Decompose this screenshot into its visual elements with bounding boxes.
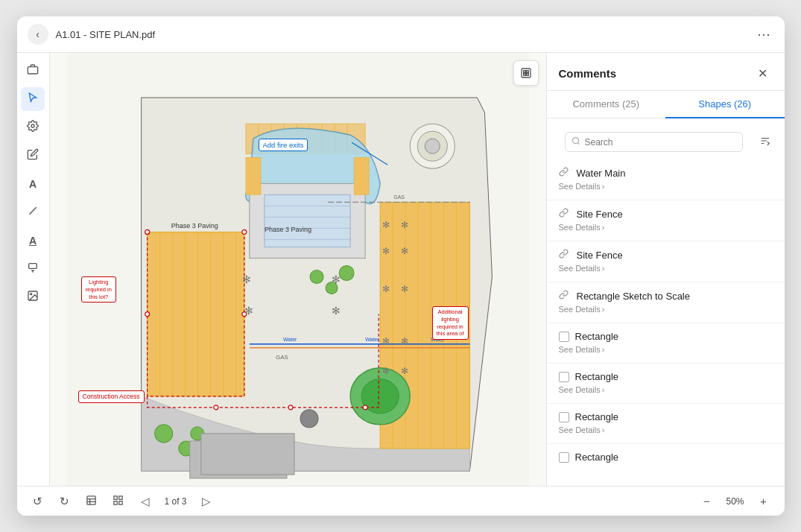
redo-button[interactable]: ↻ (54, 491, 75, 512)
comments-panel: Comments ✕ Comments (25) Shapes (26) (546, 53, 785, 486)
text-icon: A (29, 178, 37, 190)
see-details-6[interactable]: See Details › (559, 385, 773, 400)
cursor-icon (27, 92, 39, 107)
thumbnails-button[interactable] (108, 491, 129, 512)
svg-rect-68 (200, 434, 294, 475)
close-icon: ✕ (758, 66, 767, 80)
line-tool-button[interactable] (21, 200, 45, 224)
svg-point-67 (425, 139, 440, 153)
svg-text:✻: ✻ (382, 366, 390, 376)
zoom-in-button[interactable]: + (753, 491, 774, 512)
search-icon (572, 136, 580, 148)
zoom-out-icon: − (703, 495, 710, 507)
svg-text:✻: ✻ (401, 246, 408, 256)
see-details-2[interactable]: See Details › (559, 223, 773, 238)
additional-lighting-annotation[interactable]: Additionallightingrequired inthis area o… (432, 306, 469, 340)
svg-point-50 (145, 312, 149, 317)
shape-item-rectangle-3: Rectangle See Details › (547, 404, 785, 444)
svg-text:Water: Water (282, 337, 297, 342)
undo-icon: ↺ (33, 495, 42, 508)
sort-button[interactable] (755, 132, 776, 153)
svg-text:Water: Water (365, 337, 379, 342)
stamp-tool-button[interactable] (21, 257, 45, 281)
search-input[interactable] (585, 137, 736, 148)
svg-rect-87 (526, 71, 528, 73)
zoom-in-icon: + (760, 495, 767, 507)
annotation-text: Add fire exits (263, 141, 304, 149)
shapes-list: Water Main See Details › Site Fence (547, 159, 785, 486)
chevron-right-icon-3: › (602, 264, 605, 273)
checkbox-7[interactable] (559, 412, 569, 422)
pages-icon (86, 495, 97, 508)
construction-access-annotation[interactable]: Construction Access (78, 390, 145, 403)
svg-text:✻: ✻ (382, 246, 390, 256)
stamp-icon (27, 262, 39, 276)
sort-icon (760, 136, 770, 148)
back-button[interactable]: ‹ (28, 24, 48, 45)
svg-text:GAS: GAS (393, 194, 405, 200)
svg-text:✻: ✻ (382, 220, 390, 230)
shape-name-8: Rectangle (575, 452, 619, 463)
svg-point-1 (31, 124, 34, 127)
shape-name-7: Rectangle (575, 411, 619, 422)
shape-name-6: Rectangle (575, 371, 619, 382)
svg-line-91 (577, 142, 579, 144)
see-details-7[interactable]: See Details › (559, 425, 773, 440)
shape-item-rectangle-sketch: Rectangle Sketch to Scale See Details › (547, 282, 785, 323)
prev-page-button[interactable]: ◁ (135, 491, 156, 512)
svg-point-69 (300, 410, 318, 428)
image-tool-button[interactable] (21, 285, 45, 309)
svg-text:Phase 3 Paving: Phase 3 Paving (264, 226, 311, 233)
link-icon-1 (559, 167, 571, 179)
underline-text-button[interactable]: A (21, 229, 45, 253)
header: ‹ A1.01 - SITE PLAN.pdf ⋯ (17, 16, 785, 53)
settings-tool-button[interactable] (21, 115, 45, 139)
add-fire-exits-annotation[interactable]: Add fire exits (259, 139, 308, 151)
gear-icon (27, 120, 39, 135)
pencil-tool-button[interactable] (21, 144, 45, 168)
tab-comments[interactable]: Comments (25) (547, 91, 666, 118)
see-details-3[interactable]: See Details › (559, 264, 773, 279)
checkbox-5[interactable] (559, 332, 569, 342)
svg-rect-6 (147, 232, 244, 396)
shape-item-rectangle-4: Rectangle (547, 444, 785, 469)
svg-rect-99 (114, 495, 117, 498)
checkbox-8[interactable] (559, 452, 569, 463)
svg-point-44 (310, 270, 323, 284)
site-plan-svg: GAS Water Water Water GAS Phase 3 Paving… (50, 53, 546, 486)
svg-point-4 (31, 294, 32, 295)
svg-point-43 (339, 265, 354, 280)
svg-point-49 (241, 229, 246, 234)
svg-text:✻: ✻ (401, 366, 408, 376)
more-button[interactable]: ⋯ (753, 24, 774, 45)
briefcase-icon (27, 63, 39, 78)
annotation-toggle-button[interactable] (513, 60, 539, 86)
image-icon (27, 290, 39, 305)
checkbox-6[interactable] (559, 372, 569, 382)
see-details-1[interactable]: See Details › (559, 182, 773, 197)
see-details-5[interactable]: See Details › (559, 345, 773, 360)
lighting-note-text: Lightingrequired inthis lot? (86, 279, 112, 300)
play-button[interactable]: ▷ (196, 491, 217, 512)
lighting-note-annotation[interactable]: Lightingrequired inthis lot? (81, 276, 116, 303)
zoom-out-button[interactable]: − (696, 491, 717, 512)
shape-item-water-main: Water Main See Details › (547, 159, 785, 200)
panel-close-button[interactable]: ✕ (753, 63, 773, 83)
tab-shapes[interactable]: Shapes (26) (665, 91, 785, 118)
shape-item-rectangle-2: Rectangle See Details › (547, 364, 785, 404)
shape-item-site-fence-2: Site Fence See Details › (547, 241, 785, 282)
text-tool-button[interactable]: A (21, 172, 45, 196)
chevron-right-icon-7: › (602, 425, 605, 434)
briefcase-tool-button[interactable] (21, 59, 45, 83)
cursor-tool-button[interactable] (21, 87, 45, 111)
svg-rect-101 (114, 501, 117, 504)
svg-text:✻: ✻ (382, 284, 390, 294)
svg-text:✻: ✻ (244, 305, 253, 317)
shape-name-3: Site Fence (577, 250, 623, 261)
construction-access-text: Construction Access (83, 393, 140, 400)
shape-item-rectangle-1: Rectangle See Details › (547, 323, 785, 364)
link-icon-2 (559, 208, 571, 220)
undo-button[interactable]: ↺ (28, 491, 48, 512)
pages-button[interactable] (81, 491, 102, 512)
see-details-4[interactable]: See Details › (559, 305, 773, 320)
